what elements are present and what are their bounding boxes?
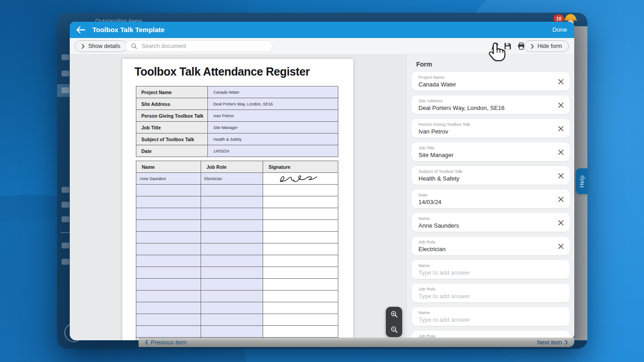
form-field-value[interactable]: Canada Water [418, 81, 552, 88]
attendance-name-cell[interactable] [136, 302, 201, 314]
next-item-button[interactable]: Next item [537, 339, 568, 346]
attendance-signature-cell[interactable] [263, 314, 338, 325]
sidebar-icon[interactable] [62, 259, 69, 265]
attendance-name-cell[interactable] [136, 185, 201, 196]
form-field-placeholder[interactable]: Type to add answer [418, 293, 552, 300]
zoom-in-button[interactable] [386, 307, 402, 322]
save-icon[interactable] [503, 42, 512, 51]
form-field-card[interactable]: NameAnne Saunders [412, 213, 570, 232]
form-field-card[interactable]: Job RoleType to add answer [412, 284, 570, 302]
attendance-signature-cell[interactable] [263, 255, 338, 267]
form-field-value[interactable]: Ivan Petrov [418, 128, 552, 135]
previous-item-button[interactable]: Previous item [145, 339, 187, 346]
document-viewer[interactable]: Toolbox Talk Attendance Register Project… [70, 55, 406, 340]
help-tab[interactable]: Help [576, 168, 588, 194]
attendance-signature-cell[interactable] [263, 302, 338, 314]
attendance-name-cell[interactable] [136, 196, 201, 208]
sidebar-icon[interactable] [62, 187, 69, 193]
attendance-signature-cell[interactable] [263, 196, 338, 208]
attendance-role-cell[interactable] [201, 326, 263, 337]
attendance-role-cell[interactable] [201, 267, 263, 278]
attendance-signature-cell[interactable] [263, 173, 338, 184]
attendance-signature-cell[interactable] [263, 185, 338, 196]
attendance-role-cell[interactable] [201, 279, 263, 290]
attendance-name-cell[interactable] [136, 291, 201, 302]
doc-info-value[interactable]: 14/03/24 [208, 145, 338, 157]
sidebar-icon[interactable] [62, 243, 69, 248]
clear-field-button[interactable] [558, 219, 564, 225]
doc-info-value[interactable]: Site Manager [208, 122, 338, 133]
attendance-role-cell[interactable] [201, 243, 263, 255]
attendance-role-cell[interactable] [201, 314, 263, 325]
attendance-name-cell[interactable] [136, 279, 201, 290]
clear-field-button[interactable] [558, 125, 564, 131]
attendance-role-cell[interactable] [201, 302, 263, 314]
form-field-card[interactable]: Subject of Toolbox TalkHealth & Safety [412, 166, 570, 185]
form-field-value[interactable]: Electrician [418, 246, 552, 252]
clear-field-button[interactable] [558, 196, 564, 202]
form-field-value[interactable]: 14/03/24 [418, 199, 552, 205]
attendance-role-cell[interactable] [201, 291, 263, 302]
attendance-role-cell[interactable]: Electrician [201, 173, 263, 184]
form-field-card[interactable]: Job RoleElectrician [412, 237, 570, 255]
sidebar-icon[interactable] [62, 202, 69, 208]
form-field-card[interactable]: Date14/03/24 [412, 190, 570, 208]
form-field-card[interactable]: Project NameCanada Water [412, 72, 570, 90]
form-field-card[interactable]: Site AddressDeal Porters Way, London, SE… [412, 95, 570, 114]
attendance-signature-cell[interactable] [263, 220, 338, 231]
attendance-name-cell[interactable] [136, 255, 201, 267]
hide-form-button[interactable]: Hide form [524, 40, 569, 52]
attendance-signature-cell[interactable] [263, 326, 338, 337]
attendance-name-cell[interactable]: Anne Saunders [136, 173, 201, 184]
form-field-card[interactable]: NameType to add answer [412, 260, 570, 279]
form-field-card[interactable]: NameType to add answer [412, 307, 570, 326]
attendance-role-cell[interactable] [201, 208, 263, 219]
doc-info-value[interactable]: Canada Water [208, 86, 338, 98]
clear-field-button[interactable] [558, 149, 564, 155]
attendance-signature-cell[interactable] [263, 279, 338, 290]
attendance-signature-cell[interactable] [263, 208, 338, 219]
clear-field-button[interactable] [558, 78, 564, 84]
form-field-value[interactable]: Deal Porters Way, London, SE16 [418, 105, 552, 111]
done-button[interactable]: Done [553, 26, 567, 33]
doc-info-value[interactable]: Ivan Petrov [208, 110, 338, 121]
form-field-value[interactable]: Health & Safety [418, 175, 552, 182]
back-arrow-icon[interactable] [76, 26, 86, 34]
search-bar[interactable] [125, 40, 273, 52]
form-field-value[interactable]: Site Manager [418, 152, 552, 158]
form-field-placeholder[interactable]: Type to add answer [418, 316, 552, 323]
show-details-button[interactable]: Show details [75, 40, 127, 52]
edit-pencil-icon[interactable] [490, 42, 500, 51]
sidebar-icon[interactable] [62, 54, 69, 60]
attendance-signature-cell[interactable] [263, 243, 338, 255]
clear-field-button[interactable] [558, 102, 564, 108]
attendance-name-cell[interactable] [136, 232, 201, 243]
attendance-signature-cell[interactable] [263, 267, 338, 278]
clear-field-button[interactable] [558, 243, 564, 249]
clear-field-button[interactable] [558, 172, 564, 178]
search-input[interactable] [141, 43, 256, 50]
attendance-name-cell[interactable] [136, 220, 201, 231]
attendance-role-cell[interactable] [201, 220, 263, 231]
sidebar-icon[interactable] [62, 216, 69, 222]
attendance-signature-cell[interactable] [263, 291, 338, 302]
attendance-role-cell[interactable] [201, 255, 263, 267]
attendance-role-cell[interactable] [201, 196, 263, 208]
attendance-role-cell[interactable] [201, 232, 263, 243]
sidebar-icon[interactable] [62, 71, 69, 76]
zoom-out-button[interactable] [386, 322, 402, 338]
form-field-value[interactable]: Anne Saunders [418, 222, 552, 229]
attendance-name-cell[interactable] [136, 326, 201, 337]
form-field-placeholder[interactable]: Type to add answer [418, 269, 552, 276]
doc-info-value[interactable]: Deal Porters Way, London, SE16 [208, 98, 338, 110]
attendance-name-cell[interactable] [136, 267, 201, 278]
form-field-card[interactable]: Person Giving Toolbox TalkIvan Petrov [412, 119, 570, 138]
attendance-name-cell[interactable] [136, 314, 201, 325]
attendance-name-cell[interactable] [136, 243, 201, 255]
attendance-role-cell[interactable] [201, 185, 263, 196]
doc-info-value[interactable]: Health & Safety [208, 133, 338, 145]
form-field-card[interactable]: Job TitleSite Manager [412, 143, 570, 161]
attendance-signature-cell[interactable] [263, 232, 338, 243]
sidebar-icon[interactable] [62, 87, 69, 93]
attendance-name-cell[interactable] [136, 208, 201, 219]
